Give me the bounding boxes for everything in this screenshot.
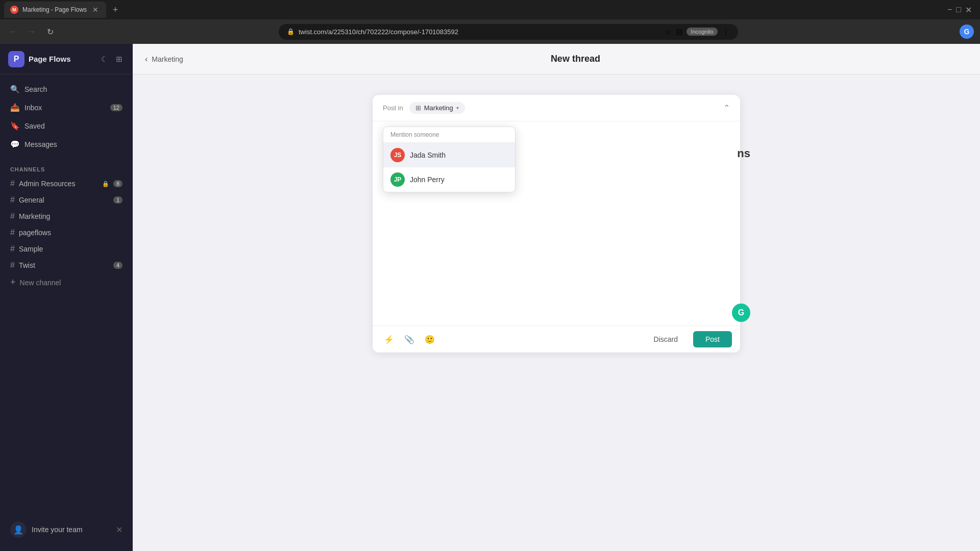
hash-icon: # — [10, 261, 15, 270]
sidebar-icon[interactable]: ⊟ — [676, 27, 682, 37]
close-button[interactable]: ✕ — [965, 5, 972, 15]
sidebar-item-inbox[interactable]: 📥 Inbox 12 — [4, 99, 129, 116]
address-right: ☆ ⊟ Incognito ⋮ — [665, 27, 730, 37]
minimize-button[interactable]: − — [947, 5, 952, 14]
inbox-badge: 12 — [110, 104, 122, 111]
saved-label: Saved — [24, 122, 122, 130]
channel-name-marketing: Marketing — [19, 212, 122, 220]
invite-close-button[interactable]: ✕ — [116, 525, 122, 535]
new-channel-button[interactable]: + New channel — [4, 273, 129, 291]
grammarly-icon[interactable]: G — [732, 304, 750, 322]
sidebar-item-general[interactable]: # General 1 — [4, 192, 129, 208]
plus-icon: + — [10, 277, 16, 288]
address-bar-row: ← → ↻ 🔒 twist.com/a/225310/ch/702222/com… — [0, 19, 980, 44]
mention-name-john: John Perry — [410, 176, 445, 184]
invite-team-icon: 👤 — [10, 521, 27, 538]
sidebar-item-messages[interactable]: 💬 Messages — [4, 136, 129, 153]
search-icon: 🔍 — [10, 85, 19, 94]
post-button[interactable]: Post — [693, 331, 732, 347]
browser-toolbar: G — [960, 24, 974, 39]
sidebar: P Page Flows ☾ ⊞ 🔍 Search 📥 Inbox 12 🔖 S… — [0, 44, 133, 551]
refresh-button[interactable]: ↻ — [43, 24, 57, 39]
hash-icon: # — [10, 212, 15, 221]
channels-header: Channels — [4, 163, 129, 176]
composer-top-bar: Post in ⊞ Marketing ▾ ⌃ — [373, 95, 740, 121]
hash-icon: # — [10, 179, 15, 188]
emoji-button[interactable]: 🙂 — [422, 331, 438, 347]
dark-mode-icon[interactable]: ☾ — [99, 53, 110, 66]
channel-name-sample: Sample — [19, 245, 122, 253]
channel-name-general: General — [19, 196, 109, 204]
page-title: New thread — [551, 54, 600, 64]
sidebar-item-admin-resources[interactable]: # Admin Resources 🔒 8 — [4, 176, 129, 192]
mention-item-jada[interactable]: JS Jada Smith — [383, 143, 515, 167]
incognito-badge: Incognito — [687, 28, 718, 36]
attach-button[interactable]: 📎 — [401, 331, 418, 347]
new-tab-button[interactable]: + — [108, 3, 122, 17]
sidebar-header-icons: ☾ ⊞ — [99, 53, 125, 66]
lightning-button[interactable]: ⚡ — [381, 331, 397, 347]
address-bar[interactable]: 🔒 twist.com/a/225310/ch/702222/compose/-… — [279, 24, 738, 40]
main-content: ‹ Marketing New thread Post in ⊞ Marketi… — [133, 44, 980, 551]
sidebar-item-pageflows[interactable]: # pageflows — [4, 224, 129, 241]
channel-selector-name: Marketing — [424, 104, 453, 112]
lock-icon: 🔒 — [287, 28, 295, 35]
saved-icon: 🔖 — [10, 121, 19, 131]
sidebar-item-saved[interactable]: 🔖 Saved — [4, 117, 129, 135]
sidebar-nav: 🔍 Search 📥 Inbox 12 🔖 Saved 💬 Messages — [0, 74, 133, 159]
composer-body[interactable]: Mention someone JS Jada Smith JP John Pe… — [373, 121, 740, 325]
sidebar-header: P Page Flows ☾ ⊞ — [0, 44, 133, 74]
maximize-button[interactable]: □ — [956, 5, 961, 14]
active-tab[interactable]: M Marketing - Page Flows ✕ — [4, 2, 106, 18]
twist-badge: 4 — [113, 262, 122, 269]
channels-section: Channels # Admin Resources 🔒 8 # General… — [0, 159, 133, 291]
back-button[interactable]: ← — [6, 24, 20, 39]
channel-selector[interactable]: ⊞ Marketing ▾ — [409, 102, 465, 114]
avatar-john: JP — [390, 172, 405, 187]
post-in-label: Post in — [383, 104, 403, 112]
composer-area: Post in ⊞ Marketing ▾ ⌃ Mention someone … — [133, 74, 980, 551]
admin-badge: 8 — [113, 180, 122, 187]
tab-favicon: M — [10, 6, 18, 14]
channel-name-pageflows: pageflows — [19, 229, 122, 237]
sidebar-item-twist[interactable]: # Twist 4 — [4, 257, 129, 273]
content-header: ‹ Marketing New thread — [133, 44, 980, 74]
partial-text: ns — [737, 147, 750, 160]
app-container: P Page Flows ☾ ⊞ 🔍 Search 📥 Inbox 12 🔖 S… — [0, 44, 980, 551]
messages-icon: 💬 — [10, 140, 19, 149]
channel-name-twist: Twist — [19, 261, 109, 269]
hash-icon: # — [10, 228, 15, 237]
breadcrumb: ‹ Marketing — [145, 55, 183, 64]
thread-composer: Post in ⊞ Marketing ▾ ⌃ Mention someone … — [373, 95, 740, 353]
sidebar-item-search[interactable]: 🔍 Search — [4, 81, 129, 98]
mention-dropdown-header: Mention someone — [383, 127, 515, 143]
tab-title: Marketing - Page Flows — [22, 6, 87, 13]
discard-button[interactable]: Discard — [644, 331, 688, 347]
expand-icon[interactable]: ⌃ — [723, 103, 730, 113]
url-text: twist.com/a/225310/ch/702222/compose/-17… — [299, 28, 458, 36]
composer-toolbar: ⚡ 📎 🙂 Discard Post — [373, 325, 740, 353]
breadcrumb-back-button[interactable]: ‹ — [145, 55, 148, 64]
new-channel-label: New channel — [20, 279, 61, 287]
channel-name-admin: Admin Resources — [19, 180, 98, 188]
general-badge: 1 — [113, 196, 122, 204]
mention-item-john[interactable]: JP John Perry — [383, 167, 515, 192]
mention-dropdown: Mention someone JS Jada Smith JP John Pe… — [383, 127, 516, 192]
layout-icon[interactable]: ⊞ — [114, 53, 125, 66]
lock-icon: 🔒 — [102, 181, 109, 187]
bookmark-icon[interactable]: ☆ — [665, 27, 672, 37]
avatar-jada: JS — [390, 148, 405, 162]
hash-icon: # — [10, 244, 15, 254]
sidebar-item-marketing[interactable]: # Marketing — [4, 208, 129, 224]
search-label: Search — [24, 85, 122, 93]
sidebar-item-sample[interactable]: # Sample — [4, 241, 129, 257]
workspace-icon: P — [8, 51, 24, 67]
tab-close-button[interactable]: ✕ — [91, 5, 100, 14]
invite-team-section[interactable]: 👤 Invite your team ✕ — [4, 516, 129, 543]
hash-icon: # — [10, 195, 15, 205]
chevron-down-icon: ▾ — [456, 105, 459, 111]
menu-icon[interactable]: ⋮ — [722, 27, 730, 37]
inbox-icon: 📥 — [10, 103, 19, 112]
forward-button[interactable]: → — [24, 24, 39, 39]
browser-chrome: M Marketing - Page Flows ✕ + − □ ✕ ← → ↻… — [0, 0, 980, 44]
